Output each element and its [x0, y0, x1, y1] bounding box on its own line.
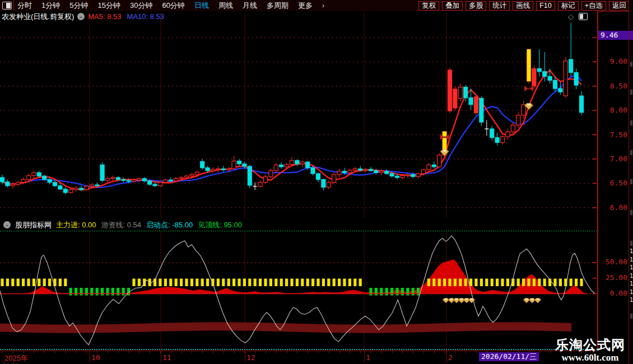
- clipped-glyph-fragment: [630, 150, 632, 155]
- strip-digit: 1: [630, 289, 633, 295]
- tab-月线[interactable]: 月线: [243, 1, 257, 11]
- axis-tick-label: 0.00: [610, 289, 627, 297]
- diamond-tool-icon[interactable]: ◇: [568, 12, 574, 21]
- qidong-yellow-bar: [22, 279, 25, 287]
- qidong-yellow-bar: [338, 279, 341, 287]
- button-F10[interactable]: F10: [536, 1, 555, 11]
- button-复权[interactable]: 复权: [418, 1, 439, 11]
- timeline-tick: [466, 351, 466, 353]
- qidong-yellow-bar: [32, 279, 35, 287]
- more-arrow-icon[interactable]: ›: [322, 2, 324, 10]
- timeline-divider: [161, 351, 161, 362]
- timeline-tick: [202, 351, 203, 353]
- qidong-green-bar: [101, 288, 104, 296]
- qidong-yellow-bar: [438, 279, 441, 287]
- indicator-field: 主力进: 0.00: [56, 221, 96, 229]
- tab-更多[interactable]: 更多: [298, 1, 313, 11]
- button-统计[interactable]: 统计: [489, 1, 510, 11]
- right-sidebar-edge[interactable]: 1111111: [629, 0, 633, 364]
- timeline-month: 10: [91, 353, 100, 362]
- timeline-tick: [2, 351, 3, 353]
- qidong-yellow-bar: [27, 279, 30, 287]
- momentum-band: [0, 326, 571, 329]
- tab-60分钟[interactable]: 60分钟: [162, 1, 184, 11]
- tab-周线[interactable]: 周线: [218, 1, 233, 11]
- qidong-yellow-bar: [238, 279, 240, 287]
- qidong-yellow-bar: [538, 279, 541, 287]
- qidong-yellow-bar: [64, 279, 67, 287]
- strip-digit: 1: [630, 256, 633, 263]
- qidong-yellow-bar: [264, 279, 267, 287]
- timeline-tick: [445, 351, 445, 353]
- qidong-yellow-bar: [491, 279, 494, 287]
- qidong-yellow-bar: [454, 279, 457, 287]
- timeline-tick: [76, 351, 77, 353]
- clipped-glyph-fragment: [630, 90, 632, 95]
- qidong-green-bar: [401, 288, 404, 296]
- qidong-green-bar: [417, 288, 420, 296]
- clipped-glyph-fragment: [630, 120, 632, 125]
- yellow-signal-bar: [527, 49, 531, 81]
- timeline-tick: [171, 351, 171, 353]
- timeline-tick: [381, 351, 382, 353]
- chevron-down-icon[interactable]: ⌄: [77, 13, 85, 20]
- indicator-chart[interactable]: [0, 231, 597, 351]
- axis-highlight-edge: [629, 31, 633, 40]
- button-标记[interactable]: 标记: [558, 1, 579, 11]
- tab-分时[interactable]: 分时: [17, 1, 32, 11]
- tab-15分钟[interactable]: 15分钟: [97, 1, 120, 11]
- timeline-tick: [181, 351, 182, 353]
- qidong-yellow-bar: [353, 279, 356, 287]
- qidong-green-bar: [117, 288, 119, 296]
- price-highlight-badge: 9.46: [598, 31, 633, 40]
- qidong-yellow-bar: [1, 279, 3, 287]
- pane-toggle-icon[interactable]: [579, 13, 588, 20]
- axis-tick-label: 9.00: [610, 57, 627, 66]
- qidong-yellow-bar: [232, 279, 235, 287]
- tab-1分钟[interactable]: 1分钟: [41, 1, 60, 11]
- qidong-yellow-bar: [464, 279, 467, 287]
- tab-日线[interactable]: 日线: [194, 1, 209, 11]
- qidong-green-bar: [390, 288, 393, 296]
- qidong-yellow-bar: [580, 279, 583, 287]
- timeline-axis[interactable]: 2025年101112122026/02/11/三: [0, 351, 597, 364]
- tab-30分钟[interactable]: 30分钟: [130, 1, 152, 11]
- qidong-yellow-bar: [59, 279, 62, 287]
- qidong-yellow-bar: [459, 279, 462, 287]
- chevron-down-icon[interactable]: ⌄: [3, 221, 11, 228]
- indicator-name[interactable]: 股朋指标网: [15, 220, 52, 230]
- timeline-tick: [550, 351, 551, 353]
- timeline-tick: [318, 351, 319, 353]
- qidong-yellow-bar: [280, 279, 283, 287]
- indicator-field: 启动点: -85.00: [146, 221, 193, 229]
- timeline-tick: [392, 351, 393, 353]
- tab-5分钟[interactable]: 5分钟: [69, 1, 88, 11]
- candlestick-chart[interactable]: [0, 11, 597, 218]
- price-axis: 9.008.508.007.507.006.506.0050.0025.000.…: [597, 11, 630, 351]
- button-返回[interactable]: 返回: [609, 1, 630, 11]
- qidong-yellow-bar: [301, 279, 304, 287]
- timeline-tick: [97, 351, 97, 353]
- axis-tick-label: 7.00: [610, 155, 627, 163]
- qidong-yellow-bar: [196, 279, 198, 287]
- button-叠加[interactable]: 叠加: [442, 1, 463, 11]
- timeline-tick: [539, 351, 540, 353]
- timeline-tick: [44, 351, 45, 353]
- split-pane-icon[interactable]: [2, 2, 12, 10]
- timeline-tick: [192, 351, 192, 353]
- qidong-yellow-bar: [38, 279, 40, 287]
- tab-多周期[interactable]: 多周期: [267, 1, 288, 11]
- qidong-yellow-bar: [206, 279, 209, 287]
- qidong-green-bar: [75, 288, 77, 296]
- qidong-green-bar: [96, 288, 99, 296]
- qidong-yellow-bar: [496, 279, 499, 287]
- timeline-tick: [476, 351, 477, 353]
- button-画线[interactable]: 画线: [513, 1, 533, 11]
- indicator-values: 主力进: 0.00游资线: 0.54启动点: -85.00见顶线: 95.00: [56, 220, 247, 230]
- button-多股[interactable]: 多股: [466, 1, 486, 11]
- qidong-green-bar: [80, 288, 82, 296]
- clipped-glyph-fragment: [630, 241, 632, 246]
- button-+自选[interactable]: +自选: [581, 1, 606, 11]
- qidong-yellow-bar: [343, 279, 346, 287]
- timeline-tick: [224, 351, 224, 353]
